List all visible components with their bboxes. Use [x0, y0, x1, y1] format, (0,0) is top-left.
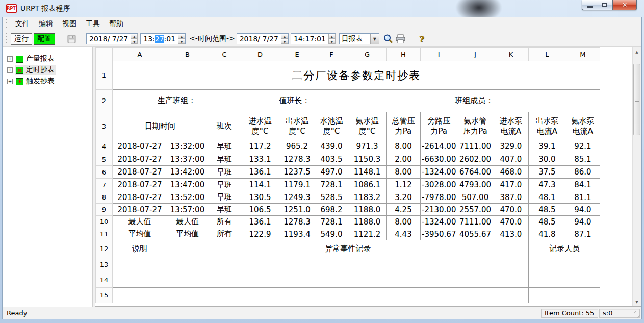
grid-cell[interactable]: 早班	[208, 179, 241, 191]
grid-cell[interactable]: 7111.00	[457, 140, 493, 153]
grid-cell[interactable]: -1324.00	[421, 216, 457, 228]
end-time-value[interactable]: 14:17:01	[291, 34, 328, 44]
vertical-scrollbar[interactable]: ▲ ▼	[632, 47, 641, 306]
grid-cell[interactable]: 1150.3	[348, 153, 387, 166]
grid-cell[interactable]: 106.5	[241, 204, 279, 216]
grid-cell[interactable]: 403.5	[315, 153, 348, 166]
row-header[interactable]: 3	[96, 112, 113, 140]
row-header[interactable]: 6	[96, 166, 113, 179]
column-header[interactable]: I	[421, 48, 457, 61]
grid-cell[interactable]: 37.5	[529, 166, 565, 179]
toolbar-gripper-icon[interactable]	[6, 33, 8, 44]
grid-cell[interactable]: 1251.0	[279, 204, 315, 216]
tree-item-timed-reading[interactable]: + 定时抄表	[3, 64, 92, 76]
grid-cell[interactable]: -2130.00	[421, 204, 457, 216]
row-header[interactable]: 13	[96, 257, 113, 272]
column-header[interactable]: K	[493, 48, 529, 61]
grid-cell[interactable]: 114.1	[241, 179, 279, 191]
grid-cell[interactable]: 早班	[208, 191, 241, 204]
column-header[interactable]: G	[348, 48, 387, 61]
grid-cell[interactable]: 39.1	[529, 140, 565, 153]
grid-cell[interactable]	[113, 257, 167, 272]
grid-cell[interactable]: -2614.00	[421, 140, 457, 153]
grid-cell[interactable]: 值班长：	[241, 90, 348, 112]
config-button[interactable]: 配置	[34, 33, 55, 45]
grid-cell[interactable]: 13:37:00	[167, 153, 208, 166]
grid-cell[interactable]: 407.0	[493, 153, 529, 166]
grid-cell[interactable]: -6630.00	[421, 153, 457, 166]
grid-cell[interactable]: 2018-07-27	[113, 153, 167, 166]
grid-cell[interactable]: 13:42:00	[167, 166, 208, 179]
column-header[interactable]: L	[529, 48, 565, 61]
grid-corner[interactable]	[96, 48, 113, 61]
grid-cell[interactable]	[113, 272, 167, 288]
tree-item-production-report[interactable]: + 产量报表	[3, 53, 92, 64]
grid-cell[interactable]: 8.00	[387, 140, 421, 153]
grid-cell[interactable]: 1.12	[387, 179, 421, 191]
grid-cell[interactable]: 平均值	[113, 228, 167, 240]
grid-cell[interactable]: 1249.3	[279, 191, 315, 204]
grid-cell[interactable]: 1183.2	[348, 191, 387, 204]
row-header[interactable]: 8	[96, 191, 113, 204]
row-header[interactable]: 12	[96, 240, 113, 257]
grid-cell[interactable]	[529, 272, 600, 288]
grid-cell[interactable]: 528.5	[315, 191, 348, 204]
grid-cell[interactable]: 329.0	[493, 140, 529, 153]
grid-cell[interactable]: 470.0	[493, 204, 529, 216]
start-time-picker[interactable]: 13:27:01 ▲ ▼	[140, 33, 186, 44]
grid-cell[interactable]: 水池温 度°C	[315, 112, 348, 140]
grid-cell[interactable]: 旁路压 力Pa	[421, 112, 457, 140]
grid-cell[interactable]: 4.25	[387, 204, 421, 216]
grid-cell[interactable]: 85.1	[565, 153, 600, 166]
grid-cell[interactable]: 549.0	[315, 228, 348, 240]
grid-cell[interactable]: 1148.1	[348, 166, 387, 179]
grid-cell[interactable]: -3950.67	[421, 228, 457, 240]
grid-cell[interactable]: 出水温 度°C	[279, 112, 315, 140]
scroll-down-icon[interactable]: ▼	[633, 297, 641, 306]
grid-cell[interactable]: -7978.00	[421, 191, 457, 204]
grid-cell[interactable]: 总管压 力Pa	[387, 112, 421, 140]
tree-item-triggered-reading[interactable]: + 触发抄表	[3, 76, 92, 87]
grid-cell[interactable]: 1278.3	[279, 153, 315, 166]
grid-cell[interactable]: -1324.00	[421, 166, 457, 179]
grid-cell[interactable]: 1193.4	[279, 228, 315, 240]
grid-cell[interactable]: 2602.00	[457, 153, 493, 166]
grid-cell[interactable]: 氨水温 度°C	[348, 112, 387, 140]
row-header[interactable]: 10	[96, 216, 113, 228]
grid-cell[interactable]: 平均值	[167, 228, 208, 240]
grid-cell[interactable]: 2018-07-27	[113, 204, 167, 216]
column-header[interactable]: F	[315, 48, 348, 61]
grid-cell[interactable]: 1188.0	[348, 204, 387, 216]
expand-plus-icon[interactable]: +	[7, 79, 13, 84]
grid-cell[interactable]: 氨水管 压力Pa	[457, 112, 493, 140]
column-header[interactable]: E	[279, 48, 315, 61]
spin-up-icon[interactable]: ▲	[178, 34, 185, 39]
grid-cell[interactable]: 417.0	[493, 179, 529, 191]
grid-cell[interactable]: 6764.00	[457, 166, 493, 179]
grid-cell[interactable]: 30.0	[529, 153, 565, 166]
start-time-selected-segment[interactable]: 27	[155, 35, 164, 43]
grid-cell[interactable]: 早班	[208, 166, 241, 179]
menu-view[interactable]: 视图	[58, 18, 81, 30]
grid-cell[interactable]: 早班	[208, 140, 241, 153]
grid-cell[interactable]: 二分厂设备参数定时抄表	[113, 61, 600, 90]
grid-cell[interactable]: 3.20	[387, 191, 421, 204]
scroll-up-icon[interactable]: ▲	[633, 47, 641, 56]
column-header[interactable]: H	[387, 48, 421, 61]
grid-cell[interactable]: 7111.00	[457, 216, 493, 228]
grid-cell[interactable]: 2018-07-27	[113, 191, 167, 204]
help-icon[interactable]: ?	[416, 33, 428, 45]
column-header[interactable]: A	[113, 48, 167, 61]
grid-cell[interactable]: 48.5	[529, 216, 565, 228]
grid-cell[interactable]: 氨水泵 电流A	[565, 112, 600, 140]
column-header[interactable]: D	[241, 48, 279, 61]
spin-down-icon[interactable]: ▼	[131, 39, 138, 44]
grid-cell[interactable]: 48.5	[529, 204, 565, 216]
grid-cell[interactable]: 965.2	[279, 140, 315, 153]
grid-cell[interactable]: 439.0	[315, 140, 348, 153]
grid-cell[interactable]: 728.1	[315, 179, 348, 191]
grid-cell[interactable]: 136.1	[241, 216, 279, 228]
grid-cell[interactable]: 87.1	[565, 228, 600, 240]
search-icon[interactable]	[382, 33, 395, 45]
grid-cell[interactable]: 728.1	[315, 216, 348, 228]
